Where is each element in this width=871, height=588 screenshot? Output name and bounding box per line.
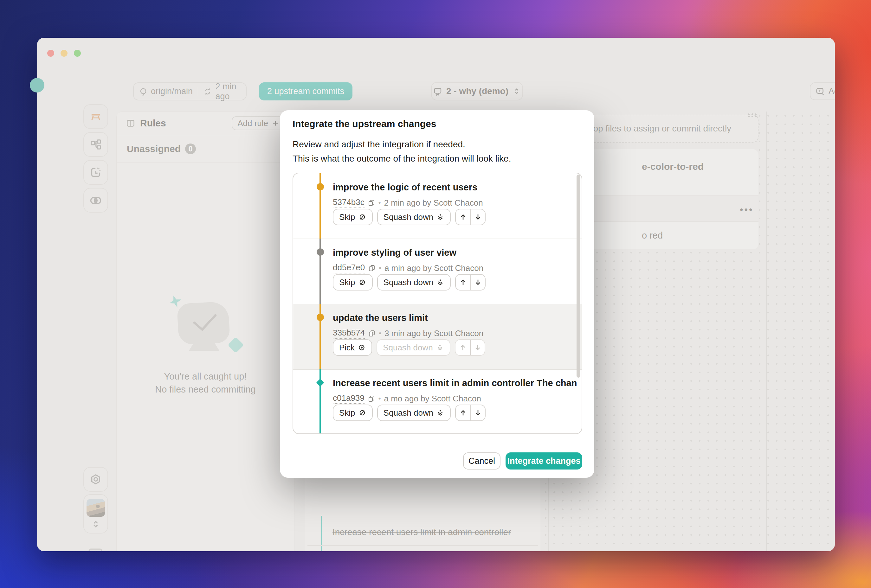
zoom-window-button[interactable] [74, 50, 81, 57]
unassigned-section-header[interactable]: Unassigned 0 [117, 136, 294, 163]
bullet-separator: • [379, 394, 381, 403]
arrow-up-icon [459, 408, 467, 417]
move-up-button[interactable] [456, 275, 470, 290]
sync-time-label: 2 min ago [215, 82, 241, 101]
commit-time-author: a min ago by Scott Chacon [385, 263, 483, 273]
sidebar-item-assistant[interactable] [83, 188, 108, 213]
user-profile-button[interactable] [83, 494, 108, 534]
skip-or-pick-button[interactable]: Pick [333, 339, 372, 356]
commit-row[interactable]: Increase recent users limit in admin con… [293, 369, 582, 434]
copy-icon[interactable] [368, 330, 376, 337]
integrate-changes-button[interactable]: Integrate changes [506, 452, 582, 470]
skip-or-pick-button[interactable]: Skip [333, 274, 373, 291]
commit-hash[interactable]: 335b574 [333, 328, 365, 339]
modal-description-line1: Review and adjust the integration if nee… [293, 139, 465, 149]
action-label: Skip [339, 212, 355, 222]
desktop: origin/main 2 min ago 2 upstream commits… [0, 0, 871, 588]
commit-title: Increase recent users limit in admin con… [333, 378, 577, 388]
remote-status-pill[interactable]: origin/main 2 min ago [133, 82, 247, 100]
commit-marker [317, 313, 324, 321]
sparkle-cloud-icon [89, 194, 102, 207]
commit-hash[interactable]: dd5e7e0 [333, 263, 365, 273]
project-name: 2 - why (demo) [446, 86, 509, 96]
reorder-buttons [455, 404, 486, 421]
bullet-separator: • [379, 264, 381, 272]
add-rule-label: Add rule [237, 118, 268, 128]
reorder-buttons [455, 339, 485, 356]
empty-state-subtitle: No files need committing [117, 384, 294, 395]
commit-actions: Skip Squash down [333, 274, 486, 291]
upstream-commits-badge[interactable]: 2 upstream commits [259, 82, 352, 100]
gear-icon [89, 473, 102, 486]
branches-icon [89, 138, 102, 151]
commit-hash[interactable]: c01a939 [333, 393, 365, 404]
squash-down-button[interactable]: Squash down [377, 404, 451, 421]
integrate-upstream-modal: Integrate the upstream changes Review an… [280, 110, 594, 478]
commit-actions: Pick Squash down [333, 339, 485, 356]
branch-menu-button[interactable]: ••• [740, 204, 754, 215]
squash-label: Squash down [383, 278, 434, 287]
modal-description-line2: This is what the outcome of the integrat… [293, 154, 511, 164]
squash-down-button[interactable]: Squash down [377, 209, 451, 225]
move-up-button[interactable] [456, 405, 470, 421]
cancel-button[interactable]: Cancel [463, 452, 500, 470]
commit-row[interactable]: improve styling of user view dd5e7e0 • a… [293, 239, 582, 304]
column-divider [766, 112, 767, 551]
action-label: Skip [339, 408, 355, 418]
eye-icon [358, 343, 366, 352]
close-window-button[interactable] [47, 50, 54, 57]
integrated-commit-label[interactable]: Increase recent users limit in admin con… [332, 527, 511, 537]
pill-divider [198, 87, 198, 96]
sidebar-item-workspace[interactable] [83, 104, 108, 129]
move-up-button[interactable] [455, 340, 470, 355]
move-up-button[interactable] [456, 209, 470, 225]
squash-icon [436, 213, 444, 221]
commit-actions: Skip Squash down [333, 209, 486, 225]
move-down-button[interactable] [470, 340, 485, 355]
scrollbar-thumb[interactable] [576, 175, 580, 378]
copy-icon[interactable] [368, 395, 375, 402]
settings-button[interactable] [83, 467, 108, 492]
commit-line [321, 516, 322, 551]
move-down-button[interactable] [470, 405, 485, 421]
skip-or-pick-button[interactable]: Skip [333, 209, 373, 225]
move-down-button[interactable] [470, 209, 485, 225]
squash-label: Squash down [383, 408, 434, 418]
keyboard-shortcuts-icon[interactable] [87, 544, 104, 551]
bullet-separator: • [379, 198, 381, 207]
reorder-buttons [455, 274, 486, 291]
commit-title: improve the logic of recent users [333, 182, 577, 193]
squash-down-button[interactable]: Squash down [377, 339, 450, 356]
commit-row[interactable]: improve the logic of recent users 5374b3… [293, 173, 582, 239]
arrow-down-icon [473, 278, 482, 287]
column-drag-handle[interactable] [747, 113, 758, 117]
rules-title: Rules [140, 118, 166, 128]
sidebar-item-branches[interactable] [83, 132, 108, 157]
commit-hash[interactable]: 5374b3c [333, 197, 365, 208]
commit-row[interactable]: update the users limit 335b574 • 3 min a… [293, 304, 582, 369]
copy-icon[interactable] [368, 264, 376, 272]
project-selector[interactable]: 2 - why (demo) [431, 82, 523, 100]
move-down-button[interactable] [470, 275, 485, 290]
squash-down-button[interactable]: Squash down [377, 274, 451, 291]
commit-meta: 5374b3c • 2 min ago by Scott Chacon [333, 197, 483, 208]
copy-icon[interactable] [368, 199, 375, 207]
commit-meta: c01a939 • a mo ago by Scott Chacon [333, 393, 481, 404]
teal-edge-tab[interactable] [30, 78, 44, 93]
branch-title[interactable]: e-color-to-red [642, 161, 703, 172]
skip-icon [358, 213, 367, 221]
arrow-down-icon [473, 408, 482, 417]
bullet-separator: • [379, 329, 381, 337]
skip-or-pick-button[interactable]: Skip [333, 404, 373, 421]
actions-button[interactable]: Actions [810, 82, 835, 100]
branch-commit-label[interactable]: o red [642, 230, 663, 241]
remote-icon [139, 87, 148, 96]
action-label: Pick [339, 343, 355, 352]
upstream-commit-list: improve the logic of recent users 5374b3… [293, 173, 582, 434]
squash-icon [436, 278, 444, 287]
commit-time-author: 3 min ago by Scott Chacon [385, 328, 483, 338]
sidebar-item-history[interactable] [83, 160, 108, 185]
skip-icon [358, 409, 367, 417]
add-rule-button[interactable]: Add rule [232, 116, 285, 130]
minimize-window-button[interactable] [61, 50, 67, 57]
